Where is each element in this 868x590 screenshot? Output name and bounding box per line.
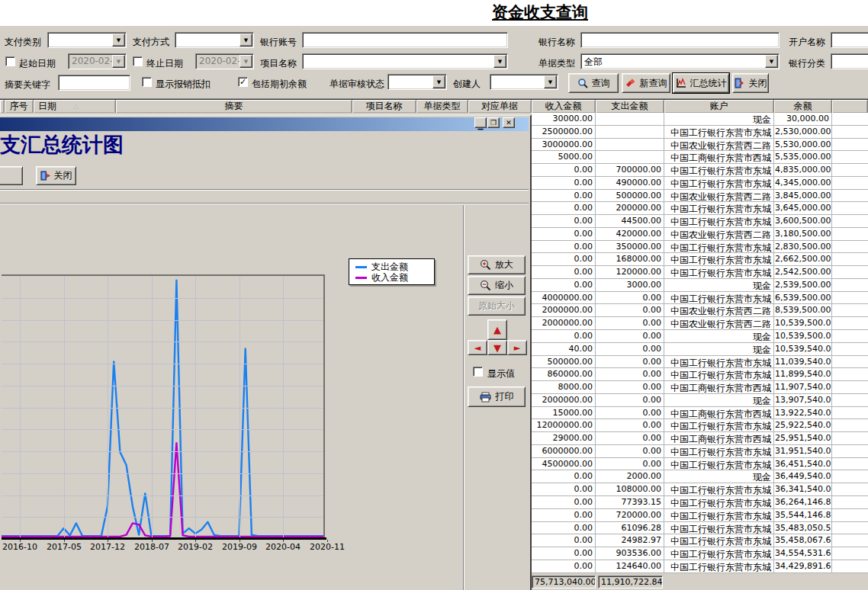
table-row[interactable]: 860000.000.00中国工行银行东营市东城11,899,540.0 xyxy=(532,368,868,381)
table-cell: 现金 xyxy=(664,330,774,343)
chevron-down-icon[interactable]: ▼ xyxy=(112,55,125,68)
chevron-down-icon[interactable]: ▼ xyxy=(432,75,445,88)
table-row[interactable]: 0.00490000.00中国工行银行东营市东城4,345,000.00 xyxy=(532,177,868,190)
chevron-down-icon[interactable]: ▼ xyxy=(240,55,252,68)
minimize-button[interactable]: ▁ xyxy=(474,117,487,128)
column-header-summary[interactable]: 摘要 xyxy=(116,100,352,113)
close-button[interactable]: 关闭 xyxy=(732,73,769,93)
table-row[interactable]: 3000000.00中国农业银行东营西二路5,530,000.00 xyxy=(532,139,868,152)
zoom-out-button[interactable]: 缩小 xyxy=(468,276,526,295)
table-cell: 12000000.00 xyxy=(532,419,596,432)
doc-type-combobox[interactable]: 全部▼ xyxy=(580,53,780,69)
table-row[interactable]: 0.00903536.00中国工行银行东营市东城34,554,531.6 xyxy=(532,547,868,560)
chart-close-button[interactable]: 关闭 xyxy=(36,166,76,185)
table-cell: 0.00 xyxy=(532,241,596,254)
show-reimburse-checkbox[interactable] xyxy=(142,77,152,87)
end-date-picker[interactable]: 2020-02-21▼ xyxy=(195,53,254,69)
table-row[interactable]: 0.00350000.00中国工行银行东营市东城2,830,500.00 xyxy=(532,241,868,254)
column-header-project[interactable]: 项目名称 xyxy=(352,100,416,113)
chevron-down-icon[interactable]: ▼ xyxy=(112,34,125,46)
table-row[interactable]: 0.0024982.97中国工行银行东营市东城35,458,067.6 xyxy=(532,534,868,547)
table-row[interactable]: 0.0077393.15中国工行银行东营市东城36,264,146.8 xyxy=(532,496,868,509)
column-header-expense[interactable]: 支出金额 xyxy=(596,100,664,113)
maximize-button[interactable]: ❐ xyxy=(487,117,500,128)
column-header-income[interactable]: 收入金额 xyxy=(532,100,596,113)
project-name-combobox[interactable]: ▼ xyxy=(302,53,508,69)
table-row[interactable]: 0.00700000.00中国工行银行东营市东城4,835,000.00 xyxy=(532,164,868,177)
chevron-down-icon[interactable]: ▼ xyxy=(240,34,252,46)
column-header-balance[interactable]: 余额 xyxy=(774,100,832,113)
toolbar-partial-button[interactable] xyxy=(0,166,23,185)
chevron-down-icon[interactable]: ▼ xyxy=(544,75,557,88)
pay-method-combobox[interactable]: ▼ xyxy=(175,32,254,48)
table-row[interactable]: 2000000.000.00中国农业银行东营西二路10,539,500.0 xyxy=(532,317,868,330)
original-size-button[interactable]: 原始大小 xyxy=(468,297,526,316)
table-cell: 2000000.00 xyxy=(532,317,596,330)
column-header-doctype[interactable]: 单据类型 xyxy=(416,100,468,113)
table-row[interactable]: 0.003000.00现金2,539,500.00 xyxy=(532,279,868,292)
creator-combobox[interactable]: ▼ xyxy=(490,74,558,90)
exit-door-icon xyxy=(40,171,50,181)
table-row[interactable]: 0.00420000.00中国农业银行东营西二路3,180,500.00 xyxy=(532,228,868,241)
table-row[interactable]: 2500000.00中国工行银行东营市东城2,530,000.00 xyxy=(532,126,868,139)
table-row[interactable]: 30000.00现金30,000.00 xyxy=(532,113,868,126)
table-row[interactable]: 0.00168000.00中国工行银行东营市东城2,662,500.00 xyxy=(532,253,868,266)
table-row[interactable]: 4000000.000.00中国工行银行东营市东城6,539,500.00 xyxy=(532,292,868,305)
search-icon xyxy=(577,78,588,88)
bank-class-input[interactable] xyxy=(831,53,868,69)
table-cell: 3000000.00 xyxy=(532,139,596,152)
pan-right-button[interactable]: ► xyxy=(507,340,527,355)
pan-up-button[interactable]: ▲ xyxy=(487,319,507,340)
query-button[interactable]: 查询 xyxy=(568,73,619,93)
table-row[interactable]: 29000.000.00中国工商银行东营市西城25,951,540.0 xyxy=(532,432,868,445)
table-cell: 0.00 xyxy=(532,202,596,215)
table-row[interactable]: 8000.000.00中国工商银行东营市西城11,907,540.0 xyxy=(532,381,868,394)
window-titlebar[interactable] xyxy=(0,117,529,131)
table-row[interactable]: 12000000.000.00中国工行银行东营市东城25,922,540.0 xyxy=(532,419,868,432)
summary-stats-button[interactable]: 汇总统计 xyxy=(673,73,729,93)
new-query-button[interactable]: 新查询 xyxy=(622,73,670,93)
table-cell: 11,039,540.0 xyxy=(774,356,832,369)
table-row[interactable]: 4500000.000.00中国工行银行东营市东城36,451,540.0 xyxy=(532,458,868,471)
table-row[interactable]: 0.00200000.00中国工行银行东营市东城3,645,000.00 xyxy=(532,202,868,215)
table-row[interactable]: 0.0061096.28中国工行银行东营市东城35,483,050.5 xyxy=(532,522,868,535)
table-row[interactable]: 0.00720000.00中国工行银行东营市东城35,544,146.8 xyxy=(532,509,868,522)
zoom-in-button[interactable]: 放大 xyxy=(468,255,526,274)
table-cell xyxy=(832,330,868,343)
table-row[interactable]: 0.00108000.00中国工行银行东营市东城36,341,540.0 xyxy=(532,483,868,496)
start-date-picker[interactable]: 2020-02-21▼ xyxy=(68,53,127,69)
column-header-seq[interactable]: 序号 xyxy=(5,100,34,113)
chevron-down-icon[interactable]: ▼ xyxy=(493,55,506,68)
table-row[interactable]: 0.000.00现金10,539,500.0 xyxy=(532,330,868,343)
table-row[interactable]: 0.00120000.00中国工行银行东营市东城2,542,500.00 xyxy=(532,266,868,279)
holder-name-input[interactable] xyxy=(831,32,868,48)
print-button[interactable]: 打印 xyxy=(468,386,526,407)
close-window-button[interactable]: ✕ xyxy=(503,117,515,128)
show-values-checkbox[interactable] xyxy=(473,367,483,377)
table-row[interactable]: 15000.000.00中国工商银行东营市西城13,922,540.0 xyxy=(532,407,868,420)
bank-name-input[interactable] xyxy=(580,32,780,48)
table-row[interactable]: 0.002000.00现金36,449,540.0 xyxy=(532,470,868,483)
chevron-down-icon[interactable]: ▼ xyxy=(765,55,778,68)
column-header-docref[interactable]: 对应单据 xyxy=(468,100,532,113)
table-cell: 10,539,540.0 xyxy=(774,343,832,356)
table-row[interactable]: 2000000.000.00现金13,907,540.0 xyxy=(532,394,868,407)
pan-left-button[interactable]: ◄ xyxy=(468,340,487,355)
end-date-checkbox[interactable] xyxy=(133,56,143,66)
table-row[interactable]: 5000.00中国工商银行东营市西城5,535,000.00 xyxy=(532,151,868,164)
pay-type-combobox[interactable]: ▼ xyxy=(47,32,127,48)
table-row[interactable]: 40.000.00现金10,539,540.0 xyxy=(532,343,868,356)
start-date-checkbox[interactable] xyxy=(5,56,15,66)
table-row[interactable]: 0.00124640.00中国工行银行东营市东城34,429,891.6 xyxy=(532,560,868,573)
table-row[interactable]: 500000.000.00中国工行银行东营市东城11,039,540.0 xyxy=(532,356,868,369)
column-header-account[interactable]: 账户 xyxy=(664,100,774,113)
keyword-input[interactable] xyxy=(58,75,130,91)
pan-down-button[interactable]: ▼ xyxy=(487,340,507,355)
table-row[interactable]: 6000000.000.00中国工行银行东营市东城31,951,540.0 xyxy=(532,445,868,458)
table-row[interactable]: 0.0044500.00中国工行银行东营市东城3,600,500.00 xyxy=(532,215,868,228)
audit-status-combobox[interactable]: ▼ xyxy=(387,74,447,90)
table-row[interactable]: 0.00500000.00中国农业银行东营西二路3,845,000.00 xyxy=(532,190,868,203)
include-opening-checkbox[interactable]: ✓ xyxy=(238,77,248,87)
bank-account-input[interactable] xyxy=(302,32,508,48)
table-row[interactable]: 2000000.000.00中国农业银行东营西二路8,539,500.00 xyxy=(532,304,868,317)
